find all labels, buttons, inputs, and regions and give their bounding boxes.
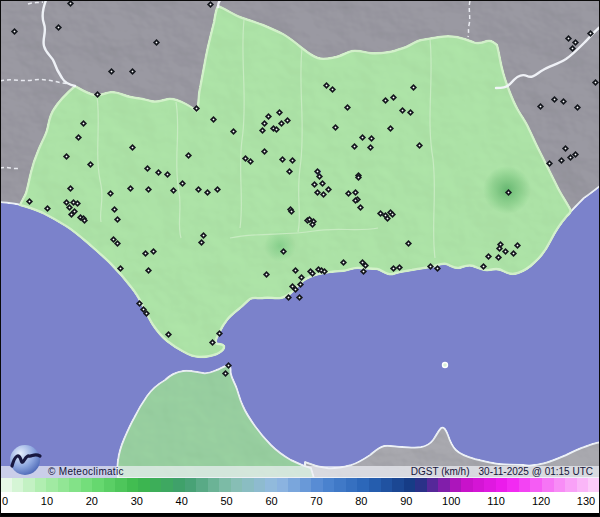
station-marker[interactable] xyxy=(573,103,580,110)
station-marker[interactable] xyxy=(62,152,69,159)
station-marker[interactable] xyxy=(141,249,148,256)
station-marker[interactable] xyxy=(152,38,159,45)
station-marker[interactable] xyxy=(322,81,329,88)
station-marker[interactable] xyxy=(310,180,317,187)
station-marker[interactable] xyxy=(275,108,282,115)
station-marker[interactable] xyxy=(367,134,374,141)
station-marker[interactable] xyxy=(398,106,405,113)
station-marker[interactable] xyxy=(278,155,285,162)
station-marker[interactable] xyxy=(221,369,228,376)
station-marker[interactable] xyxy=(564,34,571,41)
station-marker[interactable] xyxy=(350,142,357,149)
station-marker[interactable] xyxy=(206,0,213,7)
meteoclimatic-logo[interactable] xyxy=(5,441,47,481)
station-marker[interactable] xyxy=(386,124,393,131)
station-marker[interactable] xyxy=(86,160,93,167)
station-marker[interactable] xyxy=(513,241,520,248)
station-marker[interactable] xyxy=(356,203,363,210)
station-marker[interactable] xyxy=(184,151,191,158)
station-marker[interactable] xyxy=(154,168,161,175)
station-marker[interactable] xyxy=(258,126,265,133)
station-marker[interactable] xyxy=(203,188,210,195)
station-marker[interactable] xyxy=(169,186,176,193)
station-marker[interactable] xyxy=(561,144,568,151)
station-marker[interactable] xyxy=(344,189,351,196)
station-marker[interactable] xyxy=(224,361,231,368)
station-marker[interactable] xyxy=(54,23,61,30)
station-marker[interactable] xyxy=(358,133,365,140)
station-marker[interactable] xyxy=(66,0,73,7)
station-marker[interactable] xyxy=(126,184,133,191)
station-marker[interactable] xyxy=(208,338,215,345)
station-marker[interactable] xyxy=(74,133,81,140)
station-marker[interactable] xyxy=(149,247,156,254)
station-marker[interactable] xyxy=(559,97,566,104)
station-marker[interactable] xyxy=(192,104,199,111)
station-marker[interactable] xyxy=(262,270,269,277)
station-marker[interactable] xyxy=(43,204,50,211)
station-marker[interactable] xyxy=(288,156,295,163)
station-marker[interactable] xyxy=(194,185,201,192)
station-marker[interactable] xyxy=(279,247,286,254)
station-marker[interactable] xyxy=(550,95,557,102)
station-marker[interactable] xyxy=(484,252,491,259)
station-marker[interactable] xyxy=(409,83,416,90)
station-marker[interactable] xyxy=(404,239,411,246)
station-marker[interactable] xyxy=(366,143,373,150)
station-marker[interactable] xyxy=(128,143,135,150)
station-marker[interactable] xyxy=(116,264,123,271)
station-marker[interactable] xyxy=(110,205,117,212)
station-marker[interactable] xyxy=(479,262,486,269)
station-marker[interactable] xyxy=(197,238,204,245)
station-marker[interactable] xyxy=(199,231,206,238)
station-marker[interactable] xyxy=(339,258,346,265)
station-marker[interactable] xyxy=(586,29,593,36)
station-marker[interactable] xyxy=(209,115,216,122)
station-marker[interactable] xyxy=(545,159,552,166)
station-marker[interactable] xyxy=(164,330,171,337)
station-marker[interactable] xyxy=(135,299,142,306)
station-marker[interactable] xyxy=(144,185,151,192)
station-marker[interactable] xyxy=(285,167,292,174)
station-marker[interactable] xyxy=(389,93,396,100)
station-marker[interactable] xyxy=(79,119,86,126)
station-marker[interactable] xyxy=(106,189,113,196)
station-marker[interactable] xyxy=(591,78,598,85)
station-marker[interactable] xyxy=(66,184,73,191)
station-marker[interactable] xyxy=(494,253,501,260)
station-marker[interactable] xyxy=(215,329,222,336)
station-marker[interactable] xyxy=(260,147,267,154)
station-marker[interactable] xyxy=(291,266,298,273)
station-marker[interactable] xyxy=(128,67,135,74)
station-marker[interactable] xyxy=(213,185,220,192)
station-marker[interactable] xyxy=(93,90,100,97)
station-marker[interactable] xyxy=(284,293,291,300)
station-marker[interactable] xyxy=(295,293,302,300)
station-marker[interactable] xyxy=(264,112,271,119)
station-marker[interactable] xyxy=(351,188,358,195)
station-marker[interactable] xyxy=(318,179,325,186)
station-marker[interactable] xyxy=(297,273,304,280)
station-marker[interactable] xyxy=(504,188,511,195)
station-marker[interactable] xyxy=(426,262,433,269)
station-marker[interactable] xyxy=(107,67,114,74)
station-marker[interactable] xyxy=(163,170,170,177)
station-marker[interactable] xyxy=(328,85,335,92)
station-marker[interactable] xyxy=(113,215,120,222)
station-marker[interactable] xyxy=(331,123,338,130)
station-marker[interactable] xyxy=(536,102,543,109)
station-marker[interactable] xyxy=(433,264,440,271)
station-marker[interactable] xyxy=(415,141,422,148)
station-marker[interactable] xyxy=(260,119,267,126)
station-marker[interactable] xyxy=(509,249,516,256)
station-marker[interactable] xyxy=(406,108,413,115)
station-marker[interactable] xyxy=(229,127,236,134)
station-marker[interactable] xyxy=(343,103,350,110)
station-marker[interactable] xyxy=(10,27,17,34)
station-marker[interactable] xyxy=(324,185,331,192)
station-marker[interactable] xyxy=(395,263,402,270)
station-marker[interactable] xyxy=(178,179,185,186)
station-marker[interactable] xyxy=(557,156,564,163)
station-marker[interactable] xyxy=(25,197,32,204)
station-marker[interactable] xyxy=(296,280,303,287)
